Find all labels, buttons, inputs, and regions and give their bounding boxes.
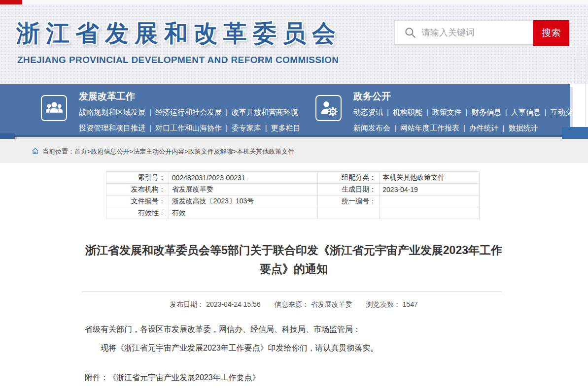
breadcrumb-prefix: 当前位置： [42, 148, 74, 155]
nav-link[interactable]: 数据统计 [509, 124, 538, 132]
doc-info-value: 有效 [169, 207, 318, 219]
separator: | [545, 108, 547, 116]
publish-date-label: 发布日期： [170, 300, 204, 308]
attachment-link[interactable]: 《浙江省元宇宙产业发展2023年工作要点》 [108, 373, 260, 382]
nav-link[interactable]: 改革开放和营商环境 [232, 108, 298, 116]
person-gear-icon [315, 95, 342, 121]
separator: | [265, 124, 267, 132]
people-group-icon [41, 95, 67, 121]
doc-info-value [380, 207, 480, 219]
doc-info-label: 组配分类： [318, 172, 380, 184]
separator: | [226, 124, 228, 132]
doc-info-value [380, 195, 480, 207]
search-button[interactable]: 搜索 [533, 20, 569, 46]
publish-date: 2023-04-24 15:56 [206, 300, 261, 308]
breadcrumb: 当前位置：首页>政府信息公开>法定主动公开内容>政策文件及解读>本机关其他政策文… [0, 139, 588, 163]
divider [82, 291, 502, 292]
doc-info-value: 本机关其他政策文件 [380, 172, 480, 184]
search-input[interactable] [421, 28, 530, 38]
top-strip [0, 0, 588, 4]
doc-info-value: 2023-04-19 [380, 184, 480, 195]
site-header: 浙江省发展和改革委员会 ZHEJIANG PROVINCIAL DEVELOPM… [0, 4, 588, 84]
doc-info-label: 生成日期： [318, 184, 380, 195]
page-title: 浙江省发展和改革委员会等5部门关于联合印发《浙江省元宇宙产业发展2023年工作要… [82, 241, 506, 278]
nav-link[interactable]: 新闻发布会 [353, 124, 390, 132]
doc-info-label: 统一编号： [318, 195, 380, 207]
doc-info-value: 浙发改高技〔2023〕103号 [169, 195, 318, 207]
table-row: 有效性： 有效 [106, 207, 480, 219]
nav-link[interactable]: 政策文件 [432, 108, 462, 116]
article-meta: 发布日期：2023-04-24 15:56信息来源：省发展改革委浏览次数：154… [82, 300, 506, 309]
separator: | [394, 124, 396, 132]
nav-link[interactable]: 机构职能 [393, 108, 422, 116]
nav-link[interactable]: 互动交流 [551, 108, 580, 116]
main-nav: 发展改革工作 战略规划和区域发展|经济运行和社会发展|改革开放和营商环境 投资管… [0, 84, 570, 137]
nav-link[interactable]: 财务信息 [472, 108, 501, 116]
nav-link[interactable]: 动态资讯 [353, 108, 383, 116]
separator: | [387, 108, 389, 116]
separator: | [463, 124, 465, 132]
nav-link[interactable]: 人事信息 [511, 108, 541, 116]
building-sketch [578, 47, 588, 76]
article-body: 省级有关部门，各设区市发展改革委，网信办、经信局、科技局、市场监管局： 现将《浙… [85, 320, 504, 357]
nav-link[interactable]: 战略规划和区域发展 [79, 108, 145, 116]
paragraph: 省级有关部门，各设区市发展改革委，网信办、经信局、科技局、市场监管局： [85, 320, 504, 339]
views-count: 1547 [403, 300, 418, 308]
attachment-label: 附件： [85, 373, 108, 382]
nav-links-row: 动态资讯|机构职能|政策文件|财务信息|人事信息|互动交流 [353, 107, 580, 117]
separator: | [226, 108, 228, 116]
nav-link[interactable]: 经济运行和社会发展 [155, 108, 222, 116]
nav-link[interactable]: 投资管理和项目推进 [79, 124, 145, 132]
table-row: 发布机构： 省发展改革委 生成日期： 2023-04-19 [106, 184, 480, 195]
nav-links-row: 战略规划和区域发展|经济运行和社会发展|改革开放和营商环境 [79, 107, 301, 117]
separator: | [149, 124, 151, 132]
doc-info-label: 发布机构： [106, 184, 169, 195]
doc-info-value: 省发展改革委 [169, 184, 318, 195]
table-row: 索引号： 002482031/2023-00231 组配分类： 本机关其他政策文… [106, 172, 480, 184]
home-icon[interactable] [31, 147, 39, 155]
doc-info-label: 索引号： [106, 172, 169, 184]
source: 省发展改革委 [311, 300, 352, 308]
separator: | [426, 108, 428, 116]
doc-info-label: 有效性： [106, 207, 169, 219]
table-row: 文件编号： 浙发改高技〔2023〕103号 统一编号： [106, 195, 480, 207]
site-title: 浙江省发展和改革委员会 [16, 18, 342, 49]
nav-link[interactable]: 办件统计 [469, 124, 499, 132]
nav-link[interactable]: 更多栏目 [271, 124, 301, 132]
separator: | [149, 108, 151, 116]
nav-links-row: 投资管理和项目推进|对口工作和山海协作|委专家库|更多栏目 [79, 123, 301, 133]
nav-links-row: 新闻发布会|网站年度工作报表|办件统计|数据统计 [353, 123, 580, 133]
doc-info-value: 002482031/2023-00231 [169, 172, 318, 184]
source-label: 信息来源： [275, 300, 309, 308]
breadcrumb-path[interactable]: 首页>政府信息公开>法定主动公开内容>政策文件及解读>本机关其他政策文件 [74, 148, 294, 155]
nav-link[interactable]: 网站年度工作报表 [400, 124, 459, 132]
nav-group-title: 政务公开 [353, 92, 580, 101]
separator: | [503, 124, 505, 132]
top-left-red-accent [0, 0, 22, 4]
paragraph: 现将《浙江省元宇宙产业发展2023年工作要点》印发给你们，请认真贯彻落实。 [85, 339, 504, 357]
doc-info-table: 索引号： 002482031/2023-00231 组配分类： 本机关其他政策文… [106, 171, 480, 219]
search-icon [404, 26, 416, 39]
search-box[interactable] [394, 20, 533, 45]
nav-link[interactable]: 对口工作和山海协作 [155, 124, 222, 132]
nav-group-title: 发展改革工作 [79, 92, 301, 101]
separator: | [505, 108, 507, 116]
article-content: 索引号： 002482031/2023-00231 组配分类： 本机关其他政策文… [0, 163, 588, 388]
separator: | [466, 108, 468, 116]
doc-info-label: 文件编号： [106, 195, 169, 207]
attachment-line: 附件：《浙江省元宇宙产业发展2023年工作要点》 [85, 372, 260, 384]
views-label: 浏览次数： [366, 300, 401, 308]
site-subtitle: ZHEJIANG PROVINCIAL DEVELOPMENT AND REFO… [17, 55, 339, 65]
doc-info-label [318, 207, 380, 219]
breadcrumb-text: 当前位置：首页>政府信息公开>法定主动公开内容>政策文件及解读>本机关其他政策文… [42, 147, 294, 156]
nav-link[interactable]: 委专家库 [232, 124, 261, 132]
